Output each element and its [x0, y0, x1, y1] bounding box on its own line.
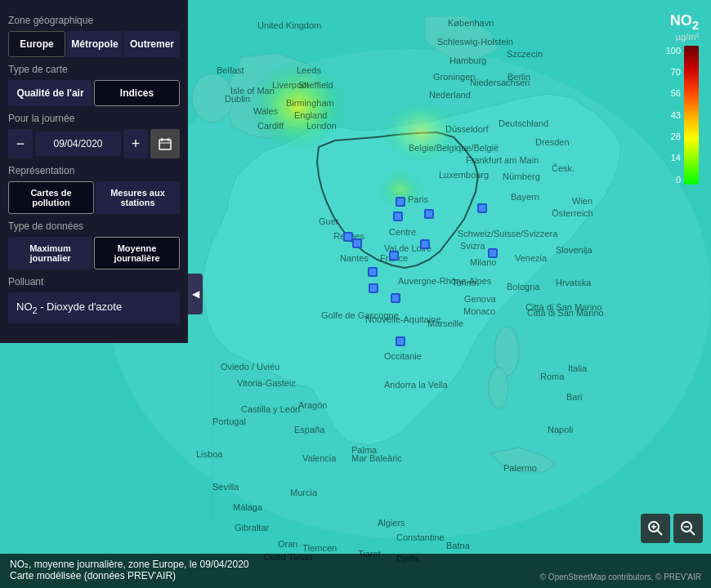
date-row: − 09/04/2020 +: [8, 129, 180, 158]
map-label: Aragón: [298, 400, 327, 410]
map-label: Torino: [452, 278, 476, 287]
map-label: Dresden: [535, 137, 570, 147]
map-label: Málaga: [233, 502, 262, 512]
station-marker: [393, 212, 403, 221]
map-label: Birmingham: [286, 98, 334, 108]
map-label: Vitoria-Gasteiz: [237, 378, 296, 388]
map-type-indices-btn[interactable]: Indices: [94, 80, 180, 106]
map-label: Oran: [278, 539, 297, 549]
map-label: Occitanie: [384, 351, 422, 361]
zone-outremer-btn[interactable]: Outremer: [124, 31, 180, 57]
zoom-out-btn[interactable]: [673, 514, 703, 543]
svg-point-8: [249, 61, 347, 151]
date-calendar-btn[interactable]: [150, 129, 180, 158]
sidebar: Zone géographique Europe Métropole Outre…: [0, 0, 188, 343]
map-label: Schleswig-Holstein: [437, 37, 513, 47]
map-label: Nantes: [340, 253, 369, 263]
map-label: Schweiz/Suisse/Svizzera: [458, 229, 557, 238]
map-label: Città di San Marino: [525, 302, 602, 312]
map-label: Österreich: [552, 208, 593, 218]
map-type-qualite-btn[interactable]: Qualité de l'air: [8, 80, 92, 106]
pollutant-label: Polluant: [8, 276, 180, 287]
map-label: Algiers: [378, 518, 405, 528]
map-label: Constantine: [396, 532, 445, 542]
map-label: Sevilla: [212, 482, 239, 492]
map-label: Nederland: [429, 90, 471, 100]
data-type-mean-btn[interactable]: Moyenne journalière: [94, 237, 180, 270]
map-label: Belgie/Belgique/België: [409, 143, 499, 153]
svg-marker-13: [490, 448, 556, 472]
map-label: Golfe de Gascogne: [321, 310, 399, 320]
station-marker: [396, 336, 405, 346]
map-label: Valencia: [302, 453, 336, 463]
map-label: Česk.: [552, 163, 575, 173]
map-label: Leeds: [297, 65, 321, 75]
map-label: Wien: [572, 196, 592, 206]
representation-mesures-btn[interactable]: Mesures aux stations: [96, 181, 180, 214]
sidebar-collapse-btn[interactable]: ◀: [188, 274, 203, 314]
map-label: Genova: [464, 294, 496, 304]
date-plus-btn[interactable]: +: [123, 129, 148, 158]
map-label: London: [306, 121, 337, 131]
zone-metropole-btn[interactable]: Métropole: [67, 31, 123, 57]
legend-label: 100: [666, 46, 681, 56]
map-label: Nürnberg: [503, 172, 540, 181]
map-label: Murcia: [290, 488, 317, 497]
map-attribution: © OpenStreetMap contributors, © PREV'AIR: [540, 572, 701, 581]
date-display: 09/04/2020: [35, 131, 121, 156]
map-label: Auvergne-Rhône-Alpes: [398, 276, 491, 286]
map-label: Szczecin: [507, 49, 543, 59]
pollutant-value: NO2 - Dioxyde d'azote: [16, 301, 122, 313]
map-label: Wales: [253, 106, 278, 116]
station-marker: [488, 248, 498, 258]
map-label: Luxembourg: [439, 170, 489, 180]
station-marker: [477, 203, 487, 213]
date-minus-btn[interactable]: −: [8, 129, 33, 158]
data-type-label: Type de données: [8, 220, 180, 232]
svg-point-11: [494, 327, 519, 376]
map-label: Bologna: [507, 282, 539, 292]
map-label: England: [294, 110, 327, 120]
station-marker: [396, 197, 405, 207]
zone-europe-btn[interactable]: Europe: [8, 31, 65, 57]
svg-marker-6: [203, 94, 621, 445]
legend-title: NO2: [666, 12, 699, 32]
svg-line-24: [691, 531, 695, 535]
legend-label: 14: [666, 153, 681, 163]
map-label: Isle of Man: [230, 86, 275, 96]
legend-label: 56: [666, 88, 681, 98]
legend-unit: µg/m³: [666, 32, 699, 42]
map-label: Napoli: [548, 425, 573, 434]
map-label: Venezia: [515, 253, 547, 263]
legend-label: 28: [666, 131, 681, 141]
map-type-label: Type de carte: [8, 64, 180, 75]
calendar-icon: [159, 137, 172, 150]
legend-label: 43: [666, 110, 681, 120]
representation-cartes-btn[interactable]: Cartes de pollution: [8, 181, 94, 214]
legend-bar-container: 10070564328140: [666, 46, 699, 185]
data-type-max-btn[interactable]: Maximum journalier: [8, 237, 92, 270]
map-label: Belfast: [217, 65, 244, 75]
zoom-controls: [641, 514, 703, 543]
svg-point-9: [380, 100, 462, 165]
svg-marker-5: [425, 16, 499, 61]
map-label: Dublin: [225, 94, 250, 104]
map-label: Bari: [566, 392, 583, 402]
station-marker: [424, 209, 434, 219]
zoom-in-btn[interactable]: [641, 514, 670, 543]
representation-btn-group: Cartes de pollution Mesures aux stations: [8, 181, 180, 214]
pollutant-select-btn[interactable]: NO2 - Dioxyde d'azote: [8, 292, 180, 323]
map-label: Oviedo / Uviéu: [221, 362, 279, 372]
map-label: Mar Baleàric: [351, 453, 402, 463]
svg-point-4: [192, 74, 233, 122]
map-label: Palermo: [503, 463, 537, 473]
station-marker: [352, 238, 362, 248]
map-label: Gibraltar: [235, 523, 269, 532]
station-marker: [420, 239, 430, 249]
legend-labels: 10070564328140: [666, 46, 681, 185]
map-label: Groningen: [433, 72, 475, 82]
map-label: Tlemcen: [302, 543, 337, 553]
map-label: Castilla y León: [241, 404, 300, 414]
representation-label: Représentation: [8, 165, 180, 176]
map-label: Italia: [568, 363, 587, 373]
